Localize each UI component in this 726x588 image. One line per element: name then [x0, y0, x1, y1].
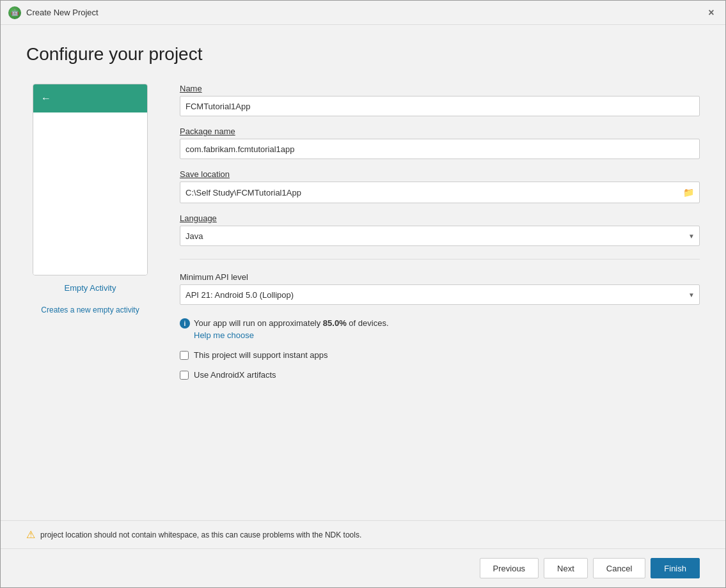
devices-percent: 85.0%	[323, 318, 347, 328]
app-icon: 🤖	[8, 6, 21, 19]
name-field-group: Name	[180, 84, 700, 116]
title-bar: 🤖 Create New Project ×	[1, 1, 725, 25]
finish-button[interactable]: Finish	[651, 558, 700, 578]
name-input[interactable]	[180, 96, 700, 116]
androidx-row: Use AndroidX artifacts	[180, 370, 700, 380]
instant-apps-label: This project will support instant apps	[194, 350, 328, 360]
language-label: Language	[180, 213, 700, 223]
device-info-text: Your app will run on approximately 85.0%…	[194, 318, 389, 340]
save-location-input[interactable]	[180, 182, 678, 203]
info-icon: i	[180, 318, 190, 329]
save-location-label: Save location	[180, 169, 700, 179]
activity-label: Empty Activity	[65, 283, 116, 293]
divider	[180, 259, 700, 259]
folder-icon[interactable]: 📁	[678, 187, 699, 197]
footer: Previous Next Cancel Finish	[1, 548, 725, 587]
back-arrow-icon: ←	[41, 93, 51, 104]
devices-text-prefix: Your app will run on approximately	[194, 318, 323, 328]
warning-icon: ⚠	[26, 529, 35, 541]
instant-apps-row: This project will support instant apps	[180, 350, 700, 360]
window-title: Create New Project	[26, 8, 99, 17]
phone-header: ←	[33, 84, 147, 112]
min-api-select-wrapper: API 16: Android 4.1 (Jelly Bean) API 19:…	[180, 284, 700, 305]
androidx-checkbox[interactable]	[180, 371, 189, 380]
right-panel: Name Package name Save location	[180, 84, 700, 514]
content-area: Configure your project ← Empty Activity …	[1, 25, 725, 514]
min-api-label: Minimum API level	[180, 272, 700, 282]
title-bar-left: 🤖 Create New Project	[8, 6, 99, 19]
androidx-label: Use AndroidX artifacts	[194, 370, 276, 380]
min-api-select[interactable]: API 16: Android 4.1 (Jelly Bean) API 19:…	[180, 284, 700, 305]
next-button[interactable]: Next	[544, 558, 588, 578]
cancel-button[interactable]: Cancel	[593, 558, 645, 578]
left-panel: ← Empty Activity Creates a new empty act…	[26, 84, 154, 514]
instant-apps-checkbox[interactable]	[180, 351, 189, 360]
close-button[interactable]: ×	[705, 6, 718, 19]
phone-body	[33, 112, 147, 275]
name-label: Name	[180, 84, 700, 93]
main-area: ← Empty Activity Creates a new empty act…	[26, 84, 700, 514]
package-label: Package name	[180, 127, 700, 136]
package-input[interactable]	[180, 139, 700, 159]
previous-button[interactable]: Previous	[480, 558, 539, 578]
main-window: 🤖 Create New Project × Configure your pr…	[0, 0, 726, 588]
device-info-row: i Your app will run on approximately 85.…	[180, 318, 700, 340]
save-location-field-group: Save location 📁	[180, 169, 700, 203]
language-select[interactable]: Java Kotlin	[180, 226, 700, 246]
package-field-group: Package name	[180, 127, 700, 159]
phone-preview: ←	[33, 84, 148, 275]
language-field-group: Language Java Kotlin ▼	[180, 213, 700, 246]
activity-desc: Creates a new empty activity	[41, 306, 139, 314]
page-title: Configure your project	[26, 44, 700, 65]
min-api-field-group: Minimum API level API 16: Android 4.1 (J…	[180, 272, 700, 305]
warning-bar: ⚠ project location should not contain wh…	[1, 520, 725, 548]
help-me-choose-link[interactable]: Help me choose	[194, 330, 389, 340]
devices-text-suffix: of devices.	[347, 318, 389, 328]
warning-text: project location should not contain whit…	[40, 530, 361, 539]
save-location-input-wrapper: 📁	[180, 182, 700, 203]
language-select-wrapper: Java Kotlin ▼	[180, 226, 700, 246]
